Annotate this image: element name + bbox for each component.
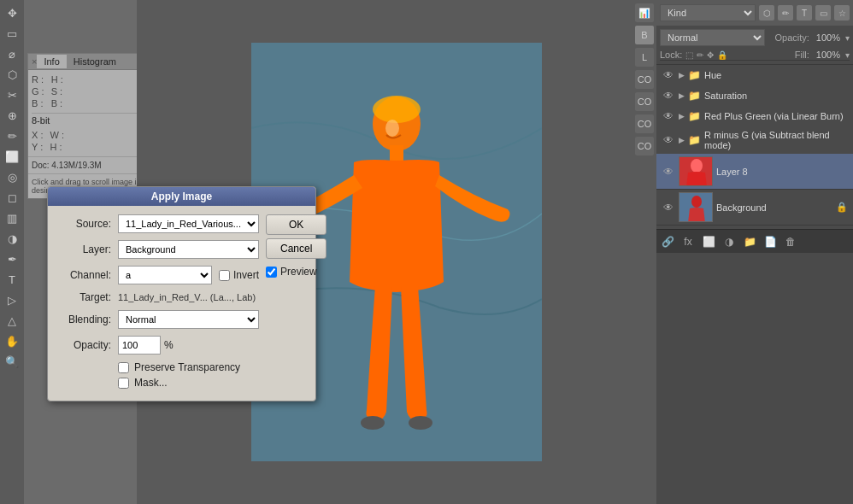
r-minus-g-eye-icon[interactable]: 👁 [662,133,675,147]
target-value: 11_Lady_in_Red_V... (La..., Lab) [118,292,256,302]
y-label: Y : [32,142,43,152]
background-lock-icon: 🔒 [836,202,848,213]
opacity-input[interactable]: 100 [118,336,161,355]
layer-group-r-minus-g[interactable]: 👁 ▶ 📁 R minus G (via Subtract blend mode… [656,126,853,154]
adjust-icon[interactable]: ✏ [778,5,793,21]
preview-row[interactable]: Preview [266,266,326,278]
opacity-row: Opacity: 100 % [58,336,259,355]
crop-tool-icon[interactable]: ✂ [3,85,21,104]
brush-tool-icon[interactable]: ✏ [3,126,21,145]
new-adjustment-icon[interactable]: ◑ [721,234,737,249]
marquee-tool-icon[interactable]: ▭ [3,24,21,43]
info-tab[interactable]: Info [37,55,66,68]
blending-select[interactable]: Normal [118,310,259,329]
lock-paint-icon[interactable]: ✏ [697,50,703,60]
layer8-eye-icon[interactable]: 👁 [662,165,675,179]
delete-layer-icon[interactable]: 🗑 [783,234,798,249]
mask-checkbox[interactable] [118,378,129,389]
opacity-arrow[interactable]: ▾ [845,33,850,43]
zoom-tool-icon[interactable]: 🔍 [3,352,21,371]
type-tool-icon[interactable]: T [3,270,21,289]
dialog-body: Source: 11_Lady_in_Red_Various... Layer:… [48,206,315,401]
dodge-tool-icon[interactable]: ◑ [3,229,21,248]
styles-icon[interactable]: CO [635,137,654,155]
shape-tool-icon[interactable]: △ [3,311,21,330]
new-group-icon[interactable]: 📁 [742,234,757,249]
type-filter-icon[interactable]: T [797,5,812,21]
smart-filter-icon[interactable]: ☆ [834,5,850,21]
saturation-arrow-icon[interactable]: ▶ [679,91,685,100]
adjustment-icon[interactable]: L [635,48,654,67]
blending-label: Blending: [58,314,118,325]
saturation-eye-icon[interactable]: 👁 [662,89,675,103]
layer-group-hue[interactable]: 👁 ▶ 📁 Hue [656,65,853,85]
move-tool-icon[interactable]: ✥ [3,3,21,22]
r-minus-g-folder-icon: 📁 [688,134,701,146]
new-layer-icon[interactable]: 📄 [762,234,778,249]
red-green-arrow-icon[interactable]: ▶ [679,112,685,120]
invert-label: Invert [233,269,259,281]
add-mask-icon[interactable]: ⬜ [701,234,716,249]
doc-info: Doc: 4.13M/19.3M [28,156,153,173]
gradient-tool-icon[interactable]: ▥ [3,208,21,227]
hue-arrow-icon[interactable]: ▶ [679,71,685,79]
blend-mode-select[interactable]: Normal [660,29,765,46]
pen-tool-icon[interactable]: ✒ [3,249,21,268]
lock-move-icon[interactable]: ✥ [707,50,714,60]
red-green-eye-icon[interactable]: 👁 [662,109,675,123]
filter-icon[interactable]: ⬡ [759,5,774,21]
channel-label: Channel: [58,269,118,281]
hue-eye-icon[interactable]: 👁 [662,68,675,82]
fill-arrow[interactable]: ▾ [845,50,850,60]
layer-select[interactable]: Background [118,240,259,259]
opacity-dialog-label: Opacity: [58,339,118,351]
fill-value: 100% [816,50,840,60]
lock-label: Lock: [660,50,682,60]
layers-panel-bottom: 🔗 fx ⬜ ◑ 📁 📄 🗑 [656,229,853,253]
path-select-icon[interactable]: ▷ [3,290,21,309]
layers-icon[interactable]: B [635,26,654,44]
layer-row: Layer: Background [58,240,259,259]
clone-stamp-icon[interactable]: ⬜ [3,147,21,166]
quick-select-icon[interactable]: ⬡ [3,65,21,84]
histogram-tab[interactable]: Histogram [67,55,123,68]
lock-position-icon[interactable]: ⬚ [685,50,693,60]
layer-group-red-green[interactable]: 👁 ▶ 📁 Red Plus Green (via Linear Burn) [656,106,853,126]
healing-brush-icon[interactable]: ◎ [3,167,21,186]
layer-link-icon[interactable]: 🔗 [660,234,675,249]
eyedropper-icon[interactable]: ⊕ [3,106,21,125]
b-label: B : [32,98,43,108]
paths-icon[interactable]: CO [635,92,654,111]
hue-folder-icon: 📁 [688,69,701,81]
hand-tool-icon[interactable]: ✋ [3,331,21,350]
layers-panel-toolbar: Kind ⬡ ✏ T ▭ ☆ [656,0,853,26]
lasso-tool-icon[interactable]: ⌀ [3,44,21,63]
kind-select[interactable]: Kind [660,4,756,21]
channel-select[interactable]: a [118,266,212,284]
preserve-checkbox[interactable] [118,362,129,373]
actions-icon[interactable]: CO [635,114,654,133]
svg-point-11 [691,196,702,208]
shape-filter-icon[interactable]: ▭ [815,5,831,21]
g-label: G : [32,86,44,97]
lock-all-icon[interactable]: 🔒 [717,50,727,60]
info-panel: × Info Histogram ≡ R : G : B : [27,53,154,199]
preview-checkbox[interactable] [266,267,277,278]
h-label: H : [51,74,63,85]
invert-checkbox-row[interactable]: Invert [219,269,259,281]
channels-icon[interactable]: CO [635,70,654,89]
source-label: Source: [58,218,118,230]
background-eye-icon[interactable]: 👁 [662,201,675,214]
add-style-icon[interactable]: fx [680,234,696,249]
ok-button[interactable]: OK [266,214,326,235]
source-select[interactable]: 11_Lady_in_Red_Various... [118,214,259,233]
invert-checkbox[interactable] [219,270,230,281]
layer-group-saturation[interactable]: 👁 ▶ 📁 Saturation [656,85,853,106]
mask-label: Mask... [134,377,168,389]
background-layer-row[interactable]: 👁 Background 🔒 [656,190,853,226]
histogram-icon[interactable]: 📊 [635,3,654,22]
cancel-button[interactable]: Cancel [266,238,326,259]
layer-8-row[interactable]: 👁 Layer 8 [656,154,853,190]
eraser-tool-icon[interactable]: ◻ [3,188,21,207]
r-minus-g-arrow-icon[interactable]: ▶ [679,136,685,144]
